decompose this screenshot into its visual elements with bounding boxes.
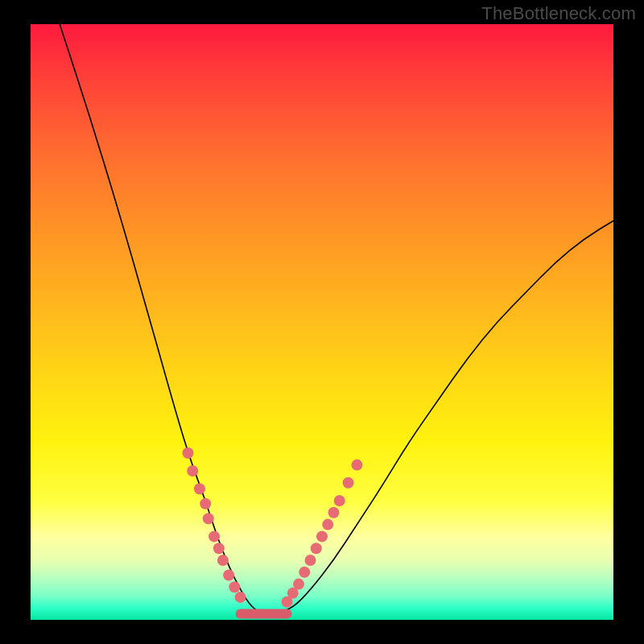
data-marker xyxy=(182,448,193,459)
data-marker xyxy=(328,507,339,518)
chart-svg xyxy=(31,24,613,620)
data-marker xyxy=(213,543,225,554)
data-marker xyxy=(187,465,198,477)
data-marker xyxy=(322,519,333,530)
data-marker xyxy=(194,483,205,494)
data-marker xyxy=(334,495,345,506)
data-marker xyxy=(223,570,234,581)
data-marker xyxy=(343,477,354,489)
chart-frame: TheBottleneck.com xyxy=(0,0,644,644)
data-marker xyxy=(311,543,322,554)
data-marker xyxy=(299,567,310,578)
watermark-text: TheBottleneck.com xyxy=(481,3,636,24)
data-marker xyxy=(293,579,304,590)
data-marker xyxy=(316,530,328,542)
data-marker xyxy=(305,555,316,566)
data-marker xyxy=(200,498,211,510)
data-marker xyxy=(235,592,246,603)
data-marker xyxy=(203,513,214,524)
data-marker xyxy=(208,530,220,542)
data-marker xyxy=(217,555,229,566)
data-marker xyxy=(351,460,362,471)
data-marker xyxy=(229,581,240,592)
plot-area xyxy=(31,24,613,620)
bottleneck-curve xyxy=(60,24,613,614)
markers-left-cluster xyxy=(182,448,246,603)
